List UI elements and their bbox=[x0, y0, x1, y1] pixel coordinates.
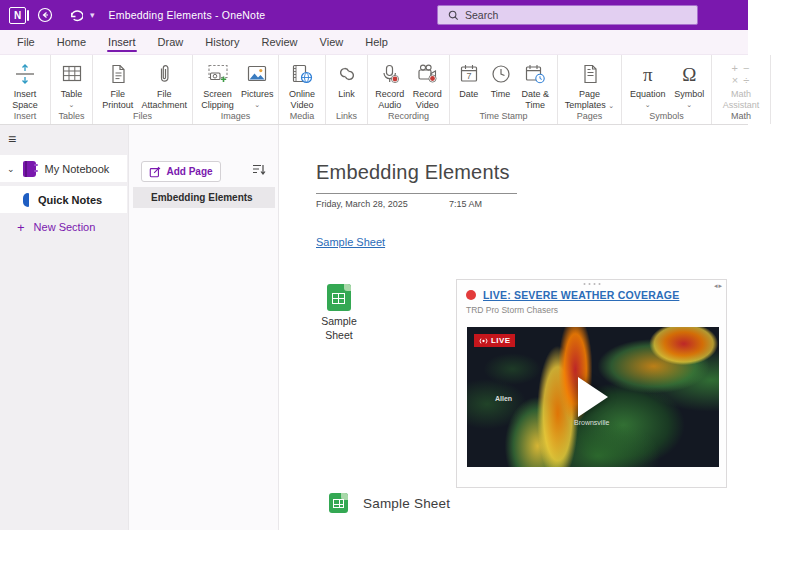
chevron-down-icon[interactable]: ⌄ bbox=[7, 164, 15, 174]
file-printout-button[interactable]: File Printout bbox=[96, 58, 140, 110]
drag-handle-icon[interactable] bbox=[583, 283, 600, 285]
menu-view[interactable]: View bbox=[309, 30, 355, 54]
link-button[interactable]: Link bbox=[329, 58, 364, 100]
date-and-time-button[interactable]: Date & Time bbox=[516, 58, 554, 110]
svg-text:7: 7 bbox=[466, 71, 471, 81]
page-title-label: Embedding Elements bbox=[151, 192, 253, 203]
ribbon-group-timestamp: 7 Date Time Date & Time Time St bbox=[450, 55, 558, 124]
menu-file[interactable]: File bbox=[6, 30, 46, 54]
menu-bar: File Home Insert Draw History Review Vie… bbox=[0, 30, 748, 55]
sample-sheet-link[interactable]: Sample Sheet bbox=[316, 236, 385, 248]
menu-home[interactable]: Home bbox=[46, 30, 97, 54]
file-attachment-icon bbox=[152, 60, 176, 88]
ribbon-group-media: Online Video Media bbox=[279, 55, 326, 124]
online-video-icon bbox=[290, 60, 314, 88]
notebook-row-my-notebook[interactable]: ⌄ My Notebook bbox=[0, 155, 127, 182]
live-badge: LIVE bbox=[474, 334, 515, 347]
section-tab-icon bbox=[23, 193, 29, 207]
body-area: ≡ ⌄ My Notebook Quick Notes + New Sectio… bbox=[0, 125, 748, 530]
menu-insert[interactable]: Insert bbox=[97, 30, 147, 54]
math-assistant-icon: + − × ÷ bbox=[732, 60, 751, 88]
compose-icon bbox=[149, 166, 161, 178]
menu-draw[interactable]: Draw bbox=[147, 30, 195, 54]
title-bar: N ▾ Embedding Elements - OneNote bbox=[0, 0, 748, 30]
screen-clipping-button[interactable]: Screen Clipping bbox=[196, 58, 239, 110]
ribbon: Insert Space Insert Table ⌄ Tables bbox=[0, 55, 748, 125]
date-button[interactable]: 7 Date bbox=[453, 58, 485, 100]
note-canvas[interactable]: Embedding Elements Friday, March 28, 202… bbox=[278, 125, 748, 530]
dropdown-caret-icon: ⌄ bbox=[686, 101, 692, 108]
date-icon: 7 bbox=[457, 60, 481, 88]
menu-help[interactable]: Help bbox=[354, 30, 399, 54]
ribbon-group-images: Screen Clipping Pictures ⌄ Images bbox=[193, 55, 279, 124]
date-time-icon bbox=[523, 60, 547, 88]
file-attachment-block[interactable]: Sample Sheet bbox=[308, 284, 370, 342]
add-page-button[interactable]: Add Page bbox=[141, 161, 221, 182]
menu-history[interactable]: History bbox=[194, 30, 250, 54]
ribbon-group-pages: Page Templates ⌄ Pages bbox=[558, 55, 622, 124]
video-title-link[interactable]: LIVE: SEVERE WEATHER COVERAGE bbox=[483, 289, 679, 301]
page-list-panel: Add Page Embedding Elements bbox=[128, 125, 278, 530]
ribbon-group-tables: Table ⌄ Tables bbox=[51, 55, 93, 124]
video-thumbnail[interactable]: LIVE Allen Brownsville bbox=[467, 327, 719, 467]
search-icon bbox=[448, 10, 459, 21]
pictures-icon bbox=[245, 60, 269, 88]
note-date: Friday, March 28, 2025 bbox=[316, 199, 408, 209]
page-list-item-embedding-elements[interactable]: Embedding Elements bbox=[133, 187, 275, 208]
title-underline bbox=[316, 193, 517, 194]
search-input[interactable] bbox=[465, 9, 665, 21]
insert-space-icon bbox=[13, 60, 37, 88]
attachment-filename: Sample Sheet bbox=[363, 496, 450, 511]
ribbon-group-links: Link Links bbox=[326, 55, 368, 124]
equation-button[interactable]: π Equation ⌄ bbox=[625, 58, 670, 108]
search-box[interactable] bbox=[437, 5, 698, 25]
note-title[interactable]: Embedding Elements bbox=[316, 161, 510, 184]
screen: N ▾ Embedding Elements - OneNote File Ho… bbox=[0, 0, 800, 569]
onenote-app-icon: N bbox=[9, 7, 26, 24]
plus-icon: + bbox=[17, 220, 25, 235]
city-label: Allen bbox=[495, 395, 512, 402]
folded-corner bbox=[344, 284, 351, 291]
file-attachment-button[interactable]: File Attachment bbox=[140, 58, 189, 110]
play-button[interactable] bbox=[578, 377, 608, 417]
ribbon-group-insert: Insert Space Insert bbox=[0, 55, 51, 124]
record-video-button[interactable]: Record Video bbox=[409, 58, 447, 110]
ribbon-group-symbols: π Equation ⌄ Ω Symbol ⌄ Symbols bbox=[622, 55, 712, 124]
section-row-quick-notes[interactable]: Quick Notes bbox=[0, 186, 127, 213]
table-button[interactable]: Table ⌄ bbox=[54, 58, 89, 108]
file-printout-icon bbox=[106, 60, 130, 88]
inline-attachment-row[interactable]: Sample Sheet bbox=[329, 493, 450, 513]
note-time: 7:15 AM bbox=[449, 199, 482, 209]
hamburger-menu-icon[interactable]: ≡ bbox=[8, 132, 16, 146]
menu-review[interactable]: Review bbox=[251, 30, 309, 54]
time-icon bbox=[489, 60, 513, 88]
symbol-button[interactable]: Ω Symbol ⌄ bbox=[670, 58, 708, 108]
symbol-icon: Ω bbox=[682, 60, 696, 88]
new-section-button[interactable]: + New Section bbox=[0, 217, 127, 237]
onenote-window: N ▾ Embedding Elements - OneNote File Ho… bbox=[0, 0, 748, 530]
math-assistant-button[interactable]: + − × ÷ Math Assistant bbox=[715, 58, 767, 110]
sheet-grid bbox=[333, 499, 344, 508]
spreadsheet-file-icon[interactable] bbox=[329, 493, 348, 513]
insert-space-button[interactable]: Insert Space bbox=[3, 58, 47, 110]
time-button[interactable]: Time bbox=[485, 58, 517, 100]
record-audio-button[interactable]: Record Audio bbox=[371, 58, 409, 110]
sort-pages-icon[interactable] bbox=[252, 163, 266, 176]
new-section-label: New Section bbox=[34, 221, 96, 233]
embedded-video-card[interactable]: ◂▸ LIVE: SEVERE WEATHER COVERAGE TRD Pro… bbox=[456, 279, 727, 488]
page-templates-button[interactable]: Page Templates ⌄ bbox=[561, 58, 618, 110]
sheet-grid bbox=[332, 293, 345, 304]
live-dot-icon bbox=[466, 290, 476, 300]
back-button[interactable] bbox=[34, 4, 56, 26]
undo-button[interactable] bbox=[64, 4, 86, 26]
section-label: Quick Notes bbox=[38, 194, 102, 206]
online-video-button[interactable]: Online Video bbox=[282, 58, 322, 110]
dropdown-caret-icon: ⌄ bbox=[645, 101, 651, 108]
city-label: Brownsville bbox=[574, 419, 609, 426]
resize-handle-icon[interactable]: ◂▸ bbox=[714, 282, 723, 290]
video-title-row: LIVE: SEVERE WEATHER COVERAGE bbox=[466, 289, 679, 301]
spreadsheet-file-icon[interactable] bbox=[327, 284, 351, 311]
pictures-button[interactable]: Pictures ⌄ bbox=[239, 58, 275, 108]
quick-access-caret-icon[interactable]: ▾ bbox=[90, 10, 95, 20]
ribbon-group-files: File Printout File Attachment Files bbox=[93, 55, 193, 124]
